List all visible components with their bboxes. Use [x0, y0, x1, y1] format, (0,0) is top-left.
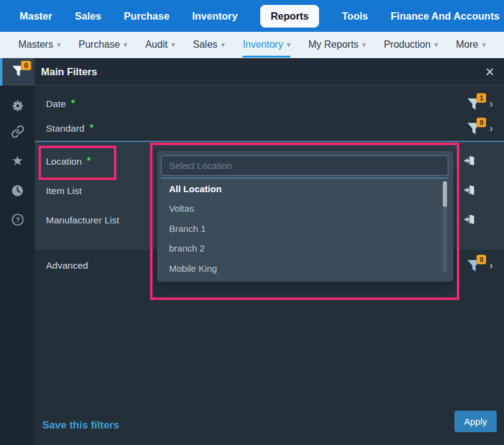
location-exit-door-icon[interactable]: [463, 154, 476, 170]
chevron-down-icon: ▾: [482, 40, 486, 49]
help-icon[interactable]: ?: [0, 209, 35, 230]
subnav-purchase[interactable]: Purchase▾: [78, 32, 127, 58]
option-branch-2[interactable]: branch 2: [161, 239, 448, 259]
chevron-down-icon: ▾: [434, 40, 438, 49]
item-list-exit-door-icon[interactable]: [463, 184, 476, 199]
location-options-list: All Location Voltas Branch 1 branch 2 Mo…: [161, 178, 448, 278]
option-all-location[interactable]: All Location: [161, 179, 448, 199]
subnav-more[interactable]: More▾: [456, 32, 486, 58]
scrollbar-thumb[interactable]: [443, 181, 447, 207]
subnav-masters[interactable]: Masters▾: [18, 32, 61, 58]
topnav-finance-and-accounts[interactable]: Finance And Accounts: [391, 10, 500, 22]
chevron-right-icon[interactable]: ›: [489, 122, 493, 135]
topnav-tools[interactable]: Tools: [342, 10, 368, 22]
filter-label-manufacturer-list: Manufacturer List: [46, 215, 119, 226]
main-filters-header: 0 Main Filters ×: [0, 58, 504, 86]
panel-title: Main Filters: [41, 66, 97, 78]
chevron-down-icon: ▾: [171, 40, 175, 49]
subnav-inventory-active[interactable]: Inventory▾: [243, 32, 290, 58]
advanced-filter-count-badge: 0: [476, 255, 486, 264]
history-clock-icon[interactable]: [0, 180, 35, 201]
close-icon[interactable]: ×: [485, 64, 494, 79]
date-filter-count-badge: 1: [476, 93, 486, 103]
dropdown-scrollbar[interactable]: [443, 181, 447, 273]
filter-row-standard[interactable]: Standard ★ 0 ›: [35, 116, 504, 141]
subnav-sales[interactable]: Sales▾: [193, 32, 225, 58]
filter-label-date: Date: [46, 99, 66, 110]
topnav-inventory[interactable]: Inventory: [192, 10, 238, 22]
option-voltas[interactable]: Voltas: [161, 199, 448, 219]
manufacturer-list-exit-door-icon[interactable]: [463, 213, 476, 228]
chevron-down-icon: ▾: [124, 40, 127, 49]
topnav-master[interactable]: Master: [20, 10, 52, 22]
filter-label-item-list: Item List: [46, 185, 82, 196]
date-funnel-icon[interactable]: 1: [467, 97, 481, 111]
filter-label-location: Location: [46, 156, 82, 167]
advanced-funnel-icon[interactable]: 0: [467, 259, 481, 272]
settings-gear-icon[interactable]: [0, 95, 35, 116]
required-marker: ★: [70, 98, 76, 105]
favorites-star-icon[interactable]: ★: [0, 151, 35, 171]
filters-sidebar-tab-active[interactable]: 0: [0, 58, 35, 86]
standard-filter-count-badge: 0: [476, 118, 486, 127]
save-this-filters-link[interactable]: Save this filters: [42, 419, 119, 432]
option-branch-1[interactable]: Branch 1: [161, 219, 448, 239]
required-marker: ★: [89, 122, 94, 129]
svg-text:?: ?: [15, 216, 20, 223]
chevron-down-icon: ▾: [57, 40, 61, 49]
top-navbar: Master Sales Purchase Inventory Reports …: [0, 0, 504, 32]
option-mobile-king[interactable]: Mobile King: [161, 258, 448, 278]
link-icon[interactable]: [0, 121, 35, 142]
reports-sub-navbar: Masters▾ Purchase▾ Audit▾ Sales▾ Invento…: [0, 32, 504, 58]
filter-funnel-icon: 0: [12, 65, 26, 78]
filter-row-date[interactable]: Date ★ 1 ›: [35, 92, 504, 116]
select-location-input[interactable]: [161, 155, 448, 176]
filter-label-standard: Standard: [46, 123, 85, 134]
chevron-right-icon[interactable]: ›: [489, 260, 493, 272]
filter-count-badge: 0: [21, 61, 31, 70]
topnav-purchase[interactable]: Purchase: [124, 10, 169, 22]
location-dropdown: All Location Voltas Branch 1 branch 2 Mo…: [157, 151, 453, 282]
chevron-right-icon[interactable]: ›: [489, 98, 493, 110]
subnav-audit[interactable]: Audit▾: [145, 32, 175, 58]
topnav-reports-active[interactable]: Reports: [260, 5, 319, 28]
apply-button[interactable]: Apply: [454, 411, 497, 432]
topnav-sales[interactable]: Sales: [75, 10, 101, 22]
subnav-production[interactable]: Production▾: [384, 32, 438, 58]
standard-funnel-icon[interactable]: 0: [467, 122, 481, 135]
app-window: Master Sales Purchase Inventory Reports …: [0, 0, 504, 445]
icon-sidebar: ★ ?: [0, 86, 35, 445]
chevron-down-icon: ▾: [287, 40, 290, 49]
filter-label-advanced: Advanced: [46, 260, 88, 271]
chevron-down-icon: ▾: [362, 40, 366, 49]
subnav-my-reports[interactable]: My Reports▾: [309, 32, 366, 58]
chevron-down-icon: ▾: [221, 40, 225, 49]
required-marker: ★: [86, 155, 92, 162]
